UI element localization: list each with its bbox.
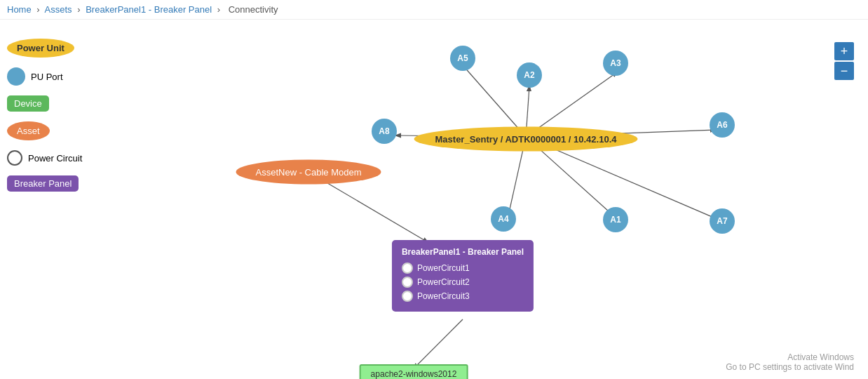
connectivity-canvas[interactable]: Master_Sentry / ADTK0000001 / 10.42.10.4… xyxy=(112,25,833,379)
a5-label: A5 xyxy=(450,46,475,71)
zoom-controls: + − xyxy=(834,42,854,80)
a2-label: A2 xyxy=(517,62,542,88)
zoom-out-button[interactable]: − xyxy=(834,62,854,80)
breaker-panel-title: BreakerPanel1 - Breaker Panel xyxy=(402,247,524,257)
svg-line-9 xyxy=(414,319,463,368)
cable-modem-label: AssetNew - Cable Modem xyxy=(236,160,381,185)
circuit1-label: PowerCircuit1 xyxy=(417,263,470,273)
a8-label: A8 xyxy=(372,119,397,144)
breadcrumb-panel[interactable]: BreakerPanel1 - Breaker Panel xyxy=(86,4,212,15)
breaker-panel-node[interactable]: BreakerPanel1 - Breaker Panel PowerCircu… xyxy=(392,240,534,312)
circuit3-label: PowerCircuit3 xyxy=(417,291,470,301)
a1-label: A1 xyxy=(603,207,628,232)
circuit2-label: PowerCircuit2 xyxy=(417,277,470,287)
connections-svg xyxy=(112,25,833,379)
legend-power-unit: Power Unit xyxy=(7,39,82,58)
legend-power-unit-shape: Power Unit xyxy=(7,39,74,58)
apache-node[interactable]: apache2-windows2012 xyxy=(360,364,468,379)
circuit3-row: PowerCircuit3 xyxy=(402,291,524,302)
a3-label: A3 xyxy=(603,51,628,76)
a1-node[interactable]: A1 xyxy=(603,207,628,232)
cable-modem-node[interactable]: AssetNew - Cable Modem xyxy=(236,160,381,185)
legend-breaker-panel-shape: Breaker Panel xyxy=(7,175,79,192)
a7-label: A7 xyxy=(710,208,735,234)
legend-pu-port: PU Port xyxy=(7,67,82,86)
apache-label: apache2-windows2012 xyxy=(360,364,468,379)
breaker-panel-box: BreakerPanel1 - Breaker Panel PowerCircu… xyxy=(392,240,534,312)
breadcrumb-home[interactable]: Home xyxy=(7,4,32,15)
circuit1-circle xyxy=(402,262,413,274)
breadcrumb-assets[interactable]: Assets xyxy=(45,4,72,15)
breadcrumb-current: Connectivity xyxy=(229,4,278,15)
a4-node[interactable]: A4 xyxy=(491,206,516,232)
circuit1-row: PowerCircuit1 xyxy=(402,262,524,274)
circuit2-row: PowerCircuit2 xyxy=(402,277,524,288)
circuit2-circle xyxy=(402,277,413,288)
master-sentry-node[interactable]: Master_Sentry / ADTK0000001 / 10.42.10.4 xyxy=(414,127,638,152)
legend-device: Device xyxy=(7,95,82,112)
a4-label: A4 xyxy=(491,206,516,232)
circuit3-circle xyxy=(402,291,413,302)
a6-label: A6 xyxy=(710,112,735,138)
legend-pu-port-shape xyxy=(7,67,25,86)
legend-power-circuit-shape xyxy=(7,150,22,166)
a7-node[interactable]: A7 xyxy=(710,208,735,234)
legend-breaker-panel: Breaker Panel xyxy=(7,175,82,192)
legend-asset-shape: Asset xyxy=(7,121,50,140)
a3-node[interactable]: A3 xyxy=(603,51,628,76)
legend-device-shape: Device xyxy=(7,95,49,112)
breadcrumb: Home › Assets › BreakerPanel1 - Breaker … xyxy=(0,0,868,20)
legend-power-circuit: Power Circuit xyxy=(7,150,82,166)
a2-node[interactable]: A2 xyxy=(517,62,542,88)
zoom-in-button[interactable]: + xyxy=(834,42,854,60)
a6-node[interactable]: A6 xyxy=(710,112,735,138)
a5-node[interactable]: A5 xyxy=(450,46,475,71)
activate-windows-watermark: Activate Windows Go to PC settings to ac… xyxy=(726,352,854,372)
master-sentry-label: Master_Sentry / ADTK0000001 / 10.42.10.4 xyxy=(414,127,638,152)
legend: Power Unit PU Port Device Asset Power Ci… xyxy=(7,39,82,192)
legend-asset: Asset xyxy=(7,121,82,140)
a8-node[interactable]: A8 xyxy=(372,119,397,144)
